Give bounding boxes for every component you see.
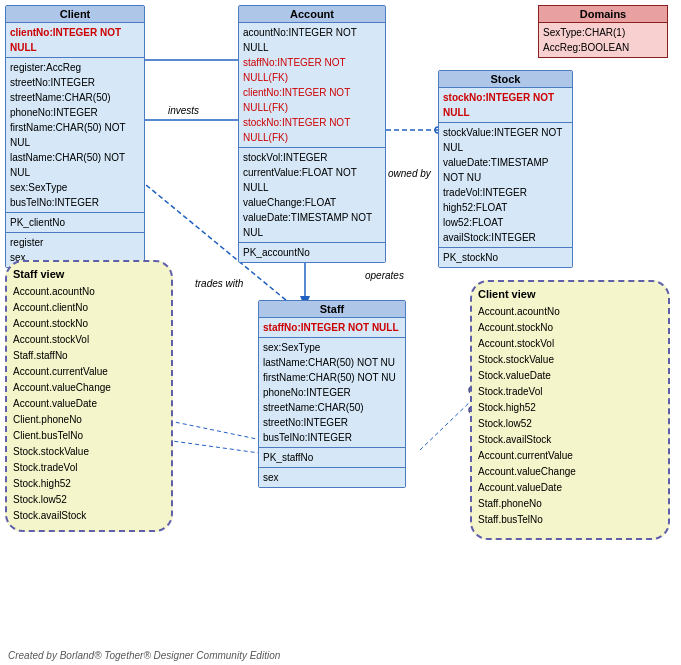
operates-label: operates	[365, 270, 404, 281]
account-title: Account	[239, 6, 385, 23]
domains-entity: Domains SexType:CHAR(1) AccReg:BOOLEAN	[538, 5, 668, 58]
stock-pk-fields: stockNo:INTEGER NOT NULL	[439, 88, 572, 122]
staff-main-fields: sex:SexType lastName:CHAR(50) NOT NU fir…	[259, 337, 405, 447]
diagram-container: Client clientNo:INTEGER NOT NULL registe…	[0, 0, 681, 645]
stock-main-fields: stockValue:INTEGER NOT NUL valueDate:TIM…	[439, 122, 572, 247]
stock-entity: Stock stockNo:INTEGER NOT NULL stockValu…	[438, 70, 573, 268]
domains-title: Domains	[539, 6, 667, 23]
client-main-fields: register:AccReg streetNo:INTEGER streetN…	[6, 57, 144, 212]
stock-title: Stock	[439, 71, 572, 88]
domains-fields: SexType:CHAR(1) AccReg:BOOLEAN	[539, 23, 667, 57]
staff-view-fields: Account.acountNo Account.clientNo Accoun…	[13, 284, 165, 524]
svg-line-10	[420, 400, 472, 450]
client-view: Client view Account.acountNo Account.sto…	[470, 280, 670, 540]
staff-extra-section: sex	[259, 467, 405, 487]
client-title: Client	[6, 6, 144, 23]
client-pk: clientNo:INTEGER NOT NULL	[10, 25, 140, 55]
footer: Created by Borland® Together® Designer C…	[8, 650, 280, 661]
client-pk-section: PK_clientNo	[6, 212, 144, 232]
account-main-fields: stockVol:INTEGER currentValue:FLOAT NOT …	[239, 147, 385, 242]
client-view-fields: Account.acountNo Account.stockNo Account…	[478, 304, 662, 528]
staff-entity: Staff staffNo:INTEGER NOT NULL sex:SexTy…	[258, 300, 406, 488]
trades-with-label: trades with	[195, 278, 243, 289]
client-view-title: Client view	[478, 288, 662, 300]
account-entity: Account acountNo:INTEGER NOT NULL staffN…	[238, 5, 386, 263]
account-pk-section: PK_accountNo	[239, 242, 385, 262]
staff-view: Staff view Account.acountNo Account.clie…	[5, 260, 173, 532]
staff-pk-section: PK_staffNo	[259, 447, 405, 467]
stock-pk-section: PK_stockNo	[439, 247, 572, 267]
owned-by-label: owned by	[388, 168, 431, 179]
account-pk-fields: acountNo:INTEGER NOT NULL staffNo:INTEGE…	[239, 23, 385, 147]
staff-pk-fields: staffNo:INTEGER NOT NULL	[259, 318, 405, 337]
client-entity: Client clientNo:INTEGER NOT NULL registe…	[5, 5, 145, 268]
staff-title: Staff	[259, 301, 405, 318]
client-fields: clientNo:INTEGER NOT NULL	[6, 23, 144, 57]
staff-view-title: Staff view	[13, 268, 165, 280]
invests-label: invests	[168, 105, 199, 116]
